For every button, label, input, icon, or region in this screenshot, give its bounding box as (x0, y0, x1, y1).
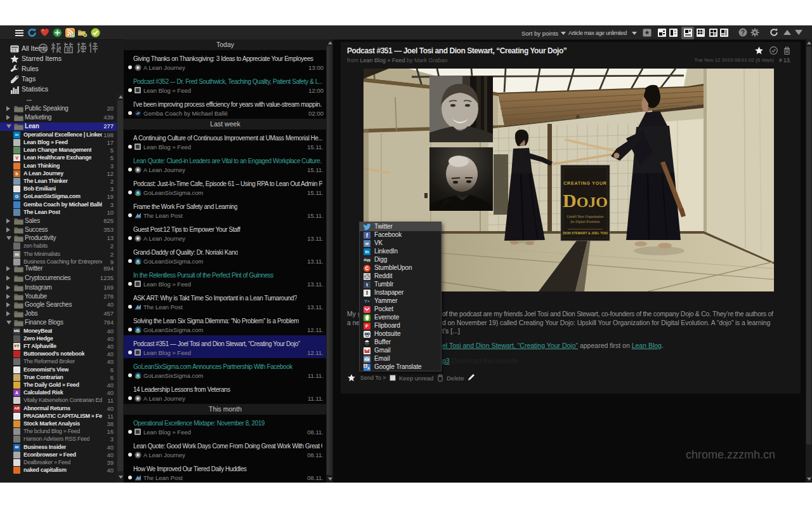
svg-text:?: ? (741, 29, 745, 36)
svg-text:G: G (364, 364, 367, 367)
svg-text:for Digital Evolution: for Digital Evolution (570, 220, 599, 224)
svg-text:A: A (367, 366, 370, 370)
svg-text:Upskill Your Organization: Upskill Your Organization (567, 215, 604, 218)
svg-text:DION STEWART & JOEL TOSI: DION STEWART & JOEL TOSI (563, 231, 608, 235)
svg-text:CREATING YOUR: CREATING YOUR (563, 181, 606, 185)
